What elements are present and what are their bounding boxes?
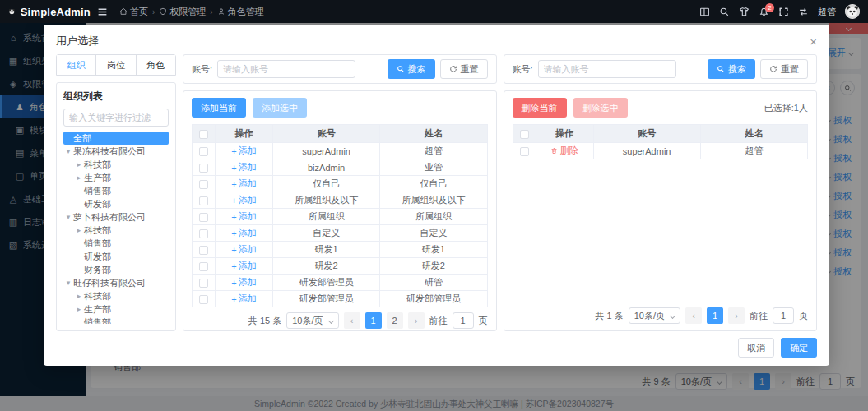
row-checkbox[interactable]: [199, 180, 208, 189]
tree-node-all[interactable]: 全部: [63, 132, 169, 145]
tree-node-dept[interactable]: 研发部: [63, 250, 169, 263]
search-button[interactable]: 搜索: [708, 59, 755, 79]
select-all-checkbox[interactable]: [520, 130, 529, 139]
close-icon[interactable]: ×: [810, 35, 817, 48]
reset-button[interactable]: 重置: [440, 59, 488, 79]
tree-node-company[interactable]: ▾旺仔科技有限公司: [63, 276, 169, 289]
row-checkbox[interactable]: [520, 147, 529, 156]
page-button[interactable]: 1: [365, 312, 382, 329]
breadcrumb-role[interactable]: 角色管理: [217, 6, 264, 18]
caret-right-icon[interactable]: ▸: [74, 171, 84, 184]
prev-page-button[interactable]: ‹: [685, 307, 702, 324]
goto-label: 前往: [750, 310, 768, 322]
delete-current-button[interactable]: 删除当前: [513, 98, 567, 118]
caret-down-icon[interactable]: ▾: [63, 276, 73, 289]
delete-link[interactable]: 删除: [550, 145, 578, 157]
add-link[interactable]: 添加: [231, 293, 256, 305]
caret-down-icon[interactable]: ▾: [63, 210, 73, 224]
table-row: 添加研发部管理员研管: [193, 275, 488, 291]
prev-page-button[interactable]: ‹: [344, 312, 360, 329]
row-checkbox[interactable]: [199, 295, 208, 304]
next-page-button[interactable]: ›: [728, 307, 745, 324]
tree-node-dept[interactable]: 研发部: [63, 197, 169, 210]
delete-selected-button[interactable]: 删除选中: [573, 98, 628, 118]
org-pane: 组织 岗位 角色 组织列表 全部 ▾果冻科技有限公司 ▸科技部 ▸生产部 销售部…: [56, 54, 176, 331]
add-link[interactable]: 添加: [231, 161, 256, 173]
tree-filter-input[interactable]: [63, 109, 169, 127]
tree-node-company[interactable]: ▾萝卜科技有限公司: [63, 210, 169, 224]
row-checkbox[interactable]: [199, 164, 208, 173]
row-checkbox[interactable]: [199, 279, 208, 288]
account-search-input[interactable]: [538, 60, 676, 78]
tree-node-dept[interactable]: 销售部: [63, 184, 169, 197]
fullscreen-icon[interactable]: [778, 7, 789, 17]
row-checkbox[interactable]: [199, 246, 208, 255]
caret-down-icon[interactable]: ▾: [63, 145, 73, 158]
tree-node-dept[interactable]: 财务部: [63, 263, 169, 276]
search-button[interactable]: 搜索: [388, 59, 435, 79]
row-checkbox[interactable]: [199, 147, 208, 156]
cancel-button[interactable]: 取消: [738, 338, 774, 358]
goto-page-input[interactable]: [773, 307, 794, 324]
confirm-button[interactable]: 确定: [781, 338, 817, 358]
table-header-row: 操作 账号 姓名: [513, 125, 808, 143]
add-link[interactable]: 添加: [231, 260, 256, 272]
page-button[interactable]: 2: [387, 312, 403, 329]
table-row: 添加研发2研发2: [193, 258, 488, 275]
breadcrumb-permission[interactable]: 权限管理: [159, 6, 206, 18]
tree-node-dept[interactable]: 销售部: [63, 316, 169, 324]
available-pagination: 共 15 条 10条/页 ‹ 1 2 › 前往 页: [192, 307, 488, 329]
table-row: 添加所属组织所属组织: [193, 209, 488, 225]
tab-org[interactable]: 组织: [57, 55, 96, 75]
swap-arrows-icon[interactable]: [798, 7, 809, 17]
tab-role[interactable]: 角色: [137, 55, 175, 75]
breadcrumb-home[interactable]: 首页: [119, 6, 148, 18]
tree-node-company[interactable]: ▾果冻科技有限公司: [63, 145, 169, 158]
page-size-select[interactable]: 10条/页: [286, 312, 338, 329]
app-logo[interactable]: SimpleAdmin: [8, 5, 91, 18]
top-header: SimpleAdmin 首页 › 权限管理 › 角色管理: [0, 0, 868, 23]
goto-page-input[interactable]: [453, 312, 474, 329]
username-label[interactable]: 超管: [818, 6, 836, 18]
tree-node-dept[interactable]: ▸科技部: [63, 289, 169, 302]
add-link[interactable]: 添加: [231, 145, 256, 157]
caret-right-icon[interactable]: ▸: [74, 224, 84, 237]
next-page-button[interactable]: ›: [408, 312, 425, 329]
user-avatar[interactable]: [845, 4, 860, 19]
search-icon[interactable]: [719, 7, 730, 17]
row-checkbox[interactable]: [199, 262, 208, 271]
theme-skin-icon[interactable]: [739, 7, 750, 17]
add-link[interactable]: 添加: [231, 227, 256, 239]
selected-actions: 删除当前 删除选中 已选择:1人: [513, 98, 809, 118]
add-link[interactable]: 添加: [231, 194, 256, 206]
table-row: 添加自定义自定义: [193, 225, 488, 242]
page-size-select[interactable]: 10条/页: [629, 307, 680, 324]
add-link[interactable]: 添加: [231, 243, 256, 256]
row-checkbox[interactable]: [199, 196, 208, 206]
page-button[interactable]: 1: [707, 307, 723, 324]
tree-node-dept[interactable]: 销售部: [63, 237, 169, 250]
tree-node-dept[interactable]: ▸科技部: [63, 224, 169, 237]
refresh-icon: [769, 65, 777, 73]
caret-right-icon[interactable]: ▸: [74, 302, 84, 316]
caret-right-icon[interactable]: ▸: [74, 289, 84, 302]
available-users-pane: 账号: 搜索 重置 添加当前 添加选中: [183, 54, 497, 331]
add-current-button[interactable]: 添加当前: [192, 98, 246, 118]
add-link[interactable]: 添加: [231, 210, 256, 223]
menu-collapse-icon[interactable]: [97, 7, 108, 17]
account-search-input[interactable]: [217, 60, 355, 78]
caret-right-icon[interactable]: ▸: [74, 158, 84, 171]
add-link[interactable]: 添加: [231, 178, 256, 190]
reset-button[interactable]: 重置: [760, 59, 808, 79]
select-all-checkbox[interactable]: [199, 130, 208, 139]
add-link[interactable]: 添加: [231, 276, 256, 289]
tree-node-dept[interactable]: ▸生产部: [63, 171, 169, 184]
row-checkbox[interactable]: [199, 229, 208, 238]
tab-position[interactable]: 岗位: [96, 55, 136, 75]
tree-node-dept[interactable]: ▸生产部: [63, 302, 169, 316]
notification-bell-icon[interactable]: 2: [759, 7, 769, 17]
add-selected-button[interactable]: 添加选中: [253, 98, 307, 118]
tree-node-dept[interactable]: ▸科技部: [63, 158, 169, 171]
row-checkbox[interactable]: [199, 213, 208, 222]
layout-columns-icon[interactable]: [699, 7, 710, 17]
